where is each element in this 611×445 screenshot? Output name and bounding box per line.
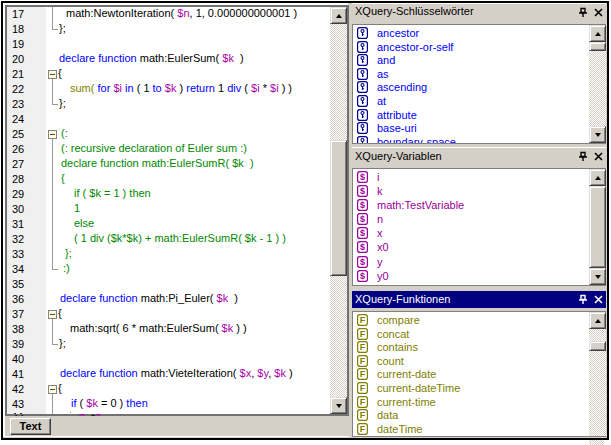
svg-text:F: F	[360, 369, 366, 379]
svg-text:$: $	[360, 242, 365, 252]
svg-text:F: F	[360, 329, 366, 339]
svg-text:$: $	[360, 257, 365, 267]
svg-text:F: F	[360, 397, 366, 407]
svg-text:$: $	[360, 172, 365, 182]
svg-text:$: $	[360, 228, 365, 238]
svg-text:$: $	[360, 200, 365, 210]
svg-text:F: F	[360, 356, 366, 366]
svg-text:F: F	[360, 410, 366, 420]
svg-text:F: F	[360, 424, 366, 434]
svg-text:F: F	[360, 315, 366, 325]
svg-text:$: $	[360, 214, 365, 224]
svg-text:F: F	[360, 342, 366, 352]
svg-text:$: $	[360, 271, 365, 281]
svg-text:F: F	[360, 383, 366, 393]
svg-text:$: $	[360, 186, 365, 196]
